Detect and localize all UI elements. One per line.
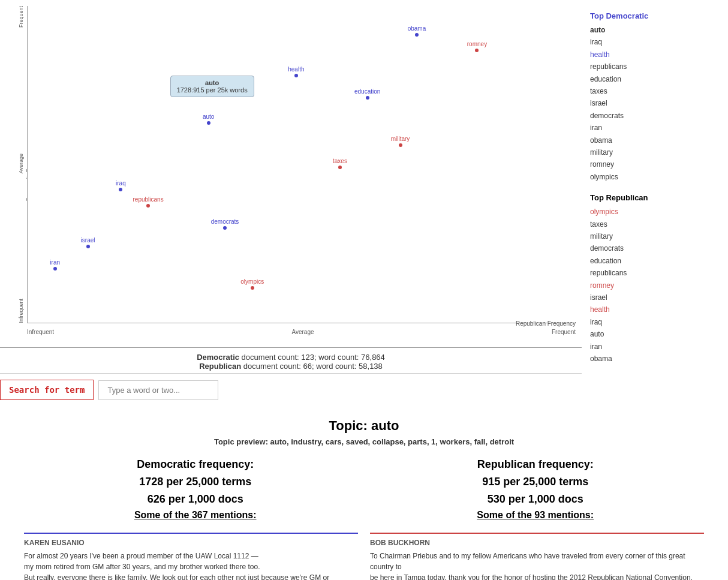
dem-panel-item[interactable]: israel [590, 97, 720, 109]
dem-stat-label: Democratic [197, 353, 239, 362]
topic-preview: Topic preview: auto, industry, cars, sav… [24, 437, 704, 446]
scatter-dot [294, 74, 298, 77]
scatter-label: health [288, 66, 304, 73]
scatter-label: iran [50, 259, 60, 266]
dem-mentions-label: Some of the 367 mentions: [134, 507, 257, 523]
x-axis-rep-label: Republican Frequency [516, 320, 576, 327]
rep-panel-item[interactable]: israel [590, 291, 720, 303]
scatter-label: military [391, 136, 410, 142]
dem-freq-label: Democratic frequency: [134, 456, 257, 473]
rep-freq-val1: 915 per 25,000 terms [477, 473, 594, 491]
dem-mentions-col: KAREN EUSANIO For almost 20 years I've b… [24, 533, 358, 580]
scatter-label: democrats [211, 218, 239, 224]
search-bar: Search for term [0, 373, 582, 406]
scatter-label: olympics [240, 278, 264, 284]
dem-panel-item[interactable]: obama [590, 134, 720, 146]
search-button[interactable]: Search for term [0, 380, 94, 400]
rep-panel-heading: Top Republican [590, 191, 720, 205]
rep-items-list: olympicstaxesmilitarydemocratseducationr… [590, 206, 720, 365]
search-input[interactable] [98, 380, 218, 400]
scatter-label: iraq [116, 180, 126, 187]
x-axis-frequent: Frequent [552, 329, 576, 335]
topic-title: Topic: auto [24, 418, 704, 434]
scatter-label: auto [203, 113, 214, 120]
rep-panel-item[interactable]: obama [590, 353, 720, 365]
tooltip-box: auto1728:915 per 25k words [170, 76, 254, 97]
dem-panel-item[interactable]: auto [590, 24, 720, 36]
dem-panel-item[interactable]: education [590, 73, 720, 85]
rep-panel-item[interactable]: republicans [590, 267, 720, 279]
rep-panel-item[interactable]: taxes [590, 218, 720, 230]
dem-items-list: autoiraqhealthrepublicanseducationtaxesi… [590, 24, 720, 183]
rep-panel-item[interactable]: education [590, 255, 720, 267]
rep-mentions-col: BOB BUCKHORN To Chairman Priebus and to … [370, 533, 704, 580]
rep-speaker: BOB BUCKHORN [370, 534, 704, 548]
scatter-dot [415, 33, 419, 37]
dem-panel-item[interactable]: romney [590, 158, 720, 170]
scatter-dot [119, 188, 122, 191]
scatter-dot [146, 204, 150, 208]
rep-panel-item[interactable]: auto [590, 328, 720, 340]
scatter-dot [366, 96, 369, 100]
scatter-label: education [354, 88, 380, 95]
dem-speaker: KAREN EUSANIO [24, 534, 358, 548]
rep-panel-item[interactable]: health [590, 303, 720, 315]
dem-panel-item[interactable]: iraq [590, 36, 720, 48]
rep-text: To Chairman Priebus and to my fellow Ame… [370, 551, 704, 580]
y-axis-average-label: Average [18, 154, 24, 173]
scatter-dot [86, 245, 90, 248]
x-axis-average: Average [291, 329, 314, 335]
dem-panel-item[interactable]: military [590, 146, 720, 158]
rep-panel-item[interactable]: romney [590, 280, 720, 291]
dem-panel-item[interactable]: republicans [590, 61, 720, 73]
scatter-dot [251, 286, 254, 290]
dem-panel-item[interactable]: olympics [590, 171, 720, 183]
chart-stats: Democratic document count: 123; word cou… [0, 348, 582, 373]
rep-panel-item[interactable]: military [590, 230, 720, 242]
rep-panel-item[interactable]: iraq [590, 316, 720, 328]
scatter-label: obama [408, 25, 426, 31]
scatter-label: israel [81, 237, 95, 244]
dem-text: For almost 20 years I've been a proud me… [24, 551, 358, 580]
rep-freq-col: Republican frequency: 915 per 25,000 ter… [477, 456, 594, 523]
y-axis-infrequent-label: Infrequent [18, 299, 24, 323]
right-panel: Top Democratic autoiraqhealthrepublicans… [582, 0, 728, 369]
rep-freq-label: Republican frequency: [477, 456, 594, 473]
scatter-dot [399, 143, 402, 147]
dem-panel-item[interactable]: democrats [590, 110, 720, 122]
rep-panel-item[interactable]: iran [590, 341, 720, 353]
scatter-chart: Frequent Average Infrequent Democratic F… [0, 0, 582, 348]
scatter-dot [475, 49, 479, 52]
rep-freq-val2: 530 per 1,000 docs [477, 491, 594, 508]
scatter-dot [207, 121, 210, 125]
rep-stat-value: document count: 66; word count: 58,138 [241, 362, 383, 371]
dem-panel-item[interactable]: iran [590, 122, 720, 134]
y-axis-frequent-label: Frequent [18, 6, 24, 28]
rep-mentions-label: Some of the 93 mentions: [477, 507, 594, 523]
freq-columns: Democratic frequency: 1728 per 25,000 te… [24, 456, 704, 523]
rep-stat-label: Republican [199, 362, 241, 371]
x-axis-infrequent: Infrequent [27, 329, 54, 335]
scatter-dot [53, 267, 57, 271]
dem-stat-value: document count: 123; word count: 76,864 [239, 353, 385, 362]
bottom-section: Topic: auto Topic preview: auto, industr… [0, 406, 728, 580]
scatter-area: obamaromneyhealtheducationautomilitaryta… [27, 6, 576, 323]
dem-freq-col: Democratic frequency: 1728 per 25,000 te… [134, 456, 257, 523]
dem-freq-val1: 1728 per 25,000 terms [134, 473, 257, 491]
dem-panel-item[interactable]: taxes [590, 85, 720, 97]
dem-panel-heading: Top Democratic [590, 10, 720, 23]
scatter-dot [223, 226, 227, 230]
mentions-columns: KAREN EUSANIO For almost 20 years I've b… [24, 533, 704, 580]
scatter-label: republicans [133, 196, 164, 202]
scatter-label: taxes [333, 158, 347, 164]
dem-freq-val2: 626 per 1,000 docs [134, 491, 257, 508]
rep-panel-item[interactable]: democrats [590, 242, 720, 254]
rep-panel-item[interactable]: olympics [590, 206, 720, 218]
scatter-label: romney [467, 40, 487, 47]
dem-panel-item[interactable]: health [590, 49, 720, 61]
scatter-dot [338, 166, 342, 169]
